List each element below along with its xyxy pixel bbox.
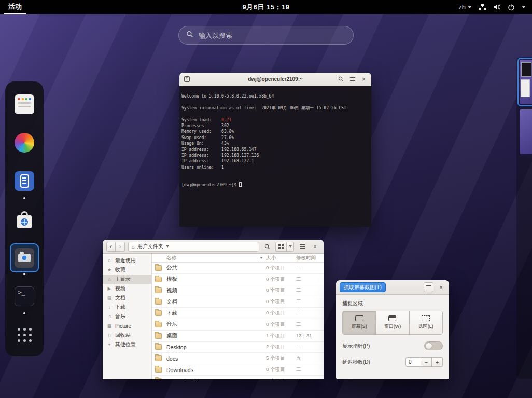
mini-files-window: [521, 79, 530, 97]
terminal-search-button[interactable]: [337, 75, 345, 84]
show-pointer-toggle[interactable]: [424, 341, 443, 350]
path-bar[interactable]: ⌂ 用户文件夹: [128, 242, 259, 252]
terminal-menu-button[interactable]: [348, 75, 357, 84]
view-toggle-button[interactable]: [275, 242, 287, 252]
file-row[interactable]: 桌面 1 个项目 13：31 ☆: [152, 331, 324, 342]
sidebar-item[interactable]: ⌂ 主目录: [103, 275, 151, 284]
terminal-line: [181, 176, 369, 182]
mode-window-button[interactable]: 窗口(W): [376, 311, 409, 334]
terminal-line: IP address: 192.168.65.147: [181, 147, 369, 153]
screenshot-dialog-body: 捕捉区域 屏幕(S) 窗口(W) 选区(L): [336, 295, 449, 379]
screenshot-close-button[interactable]: ×: [437, 283, 445, 292]
file-row[interactable]: 视频 0 个项目 二 ☆: [152, 285, 324, 297]
file-name: gnome-builder: [166, 378, 260, 379]
terminal-line: Memory used: 63.8%: [181, 129, 369, 134]
view-options-button[interactable]: [287, 242, 294, 252]
sidebar-item-label: 其他位置: [115, 341, 136, 348]
sidebar-item-label: 文档: [115, 294, 125, 301]
sidebar-item[interactable]: ▤ 文档: [103, 293, 151, 303]
sidebar-item[interactable]: ▦ Picture: [103, 321, 151, 331]
show-applications-button[interactable]: [10, 320, 39, 349]
power-icon[interactable]: [508, 4, 515, 11]
screenshot-menu-button[interactable]: [424, 282, 433, 292]
sidebar-item-label: 下载: [115, 304, 125, 311]
files-close-button[interactable]: ×: [310, 242, 320, 252]
terminal-window[interactable]: dwj@openeuler2109:~ × Welcome to 5.10.0-…: [179, 73, 371, 227]
terminal-line: [181, 111, 369, 117]
workspace-thumbnail-2[interactable]: [520, 109, 532, 154]
dock-item-terminal[interactable]: [10, 282, 39, 311]
terminal-close-button[interactable]: ×: [359, 75, 368, 84]
running-indicator: [23, 197, 25, 199]
keyboard-layout-indicator[interactable]: zh: [458, 3, 472, 11]
search-input[interactable]: [199, 32, 346, 39]
top-bar: 活动 9月6日 15：19 zh: [0, 0, 532, 14]
show-applications-icon: [18, 328, 32, 342]
network-icon[interactable]: [479, 4, 486, 10]
screenshot-dialog[interactable]: 抓取屏幕截图(T) × 捕捉区域 屏幕(S) 窗口(W): [336, 280, 449, 379]
mode-screen-button[interactable]: 屏幕(S): [343, 311, 376, 334]
clock[interactable]: 9月6日 15：19: [243, 3, 290, 12]
column-modified[interactable]: 修改时间: [296, 255, 324, 262]
dock-item-calendar[interactable]: [10, 90, 39, 119]
file-name: 公共: [166, 264, 260, 271]
sidebar-item[interactable]: ★ 收藏: [103, 265, 151, 275]
sidebar-item[interactable]: ↓ 下载: [103, 303, 151, 312]
workspace-switcher: [516, 57, 532, 379]
sidebar-item[interactable]: ♫ 音乐: [103, 312, 151, 321]
dock-item-screenshot[interactable]: [10, 243, 39, 272]
file-row[interactable]: Downloads 0 个项目 二 ☆: [152, 364, 324, 376]
file-row[interactable]: 下载 0 个项目 二 ☆: [152, 308, 324, 319]
files-menu-button[interactable]: [297, 242, 307, 252]
mode-selection-button[interactable]: 选区(L): [410, 311, 442, 334]
file-row[interactable]: 模板 0 个项目 二 ☆: [152, 274, 324, 285]
file-row[interactable]: 音乐 0 个项目 二 ☆: [152, 319, 324, 331]
file-name: 下载: [166, 310, 260, 317]
back-button[interactable]: ‹: [106, 242, 116, 252]
file-row[interactable]: Desktop 2 个项目 二 ☆: [152, 342, 324, 353]
folder-icon: [155, 287, 162, 293]
delay-value[interactable]: 0: [405, 357, 421, 367]
workspace-thumbnail-1[interactable]: [520, 60, 532, 104]
column-name[interactable]: 名称: [166, 255, 260, 262]
volume-icon[interactable]: [493, 4, 501, 10]
sidebar-item[interactable]: ▶ 视频: [103, 284, 151, 293]
dock-item-pinwheel-app[interactable]: [10, 128, 39, 157]
file-name: 桌面: [166, 332, 260, 339]
sidebar-item-icon: ★: [107, 267, 112, 272]
hamburger-menu-icon: [426, 287, 431, 288]
activities-button[interactable]: 活动: [4, 0, 26, 14]
file-row[interactable]: 文档 0 个项目 二 ☆: [152, 296, 324, 308]
mode-selection-label: 选区(L): [418, 323, 433, 330]
selection-icon: [422, 315, 430, 321]
file-row[interactable]: docs 5 个项目 五 ☆: [152, 353, 324, 364]
files-search-button[interactable]: [262, 242, 272, 252]
running-indicator: [23, 312, 25, 314]
terminal-app-icon: [15, 286, 34, 306]
keyboard-layout-label: zh: [458, 3, 466, 11]
new-tab-button[interactable]: [183, 75, 191, 84]
system-menu-caret-icon[interactable]: [522, 6, 526, 8]
file-size: 1 个项目: [266, 378, 296, 379]
file-row[interactable]: 公共 0 个项目 二 ☆: [152, 263, 324, 274]
sidebar-item[interactable]: ○ 最近使用: [103, 256, 151, 265]
terminal-line: [181, 99, 369, 105]
column-size[interactable]: 大小: [266, 255, 296, 262]
take-screenshot-button[interactable]: 抓取屏幕截图(T): [340, 282, 386, 292]
file-name: 模板: [166, 276, 260, 283]
screenshot-app-icon: [15, 248, 34, 268]
file-row[interactable]: gnome-builder 1 个项目 二 ☆: [152, 376, 324, 379]
delay-minus-button[interactable]: −: [421, 357, 432, 367]
path-caret-icon[interactable]: [166, 245, 169, 248]
sidebar-item-icon: ▯: [107, 333, 112, 338]
files-window[interactable]: ‹ › ⌂ 用户文件夹 ×: [103, 240, 324, 379]
dock-item-phone-app[interactable]: [10, 167, 39, 196]
sidebar-item[interactable]: ▯ 回收站: [103, 331, 151, 340]
phone-app-icon: [15, 171, 34, 191]
forward-button[interactable]: ›: [116, 242, 125, 252]
sidebar-item-label: 最近使用: [115, 257, 136, 264]
folder-icon: [155, 367, 162, 373]
dock-item-software-store[interactable]: [10, 205, 39, 234]
delay-plus-button[interactable]: +: [432, 357, 443, 367]
sidebar-item[interactable]: + 其他位置: [103, 340, 151, 349]
